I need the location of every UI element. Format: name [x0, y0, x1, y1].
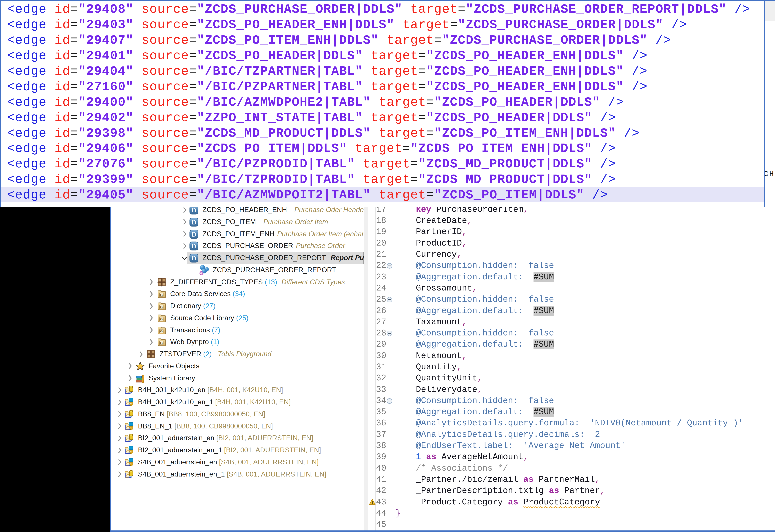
svg-text:@: @	[200, 272, 203, 275]
svg-text:D: D	[191, 255, 196, 262]
svg-text:G: G	[160, 305, 163, 309]
svg-text:D: D	[191, 219, 196, 226]
svg-text:D: D	[191, 231, 196, 238]
svg-text:G: G	[160, 341, 163, 345]
svg-text:D: D	[191, 207, 196, 214]
svg-text:G: G	[160, 329, 163, 333]
svg-text:D: D	[191, 243, 196, 250]
svg-text:G: G	[160, 317, 163, 321]
svg-text:G: G	[160, 293, 163, 297]
